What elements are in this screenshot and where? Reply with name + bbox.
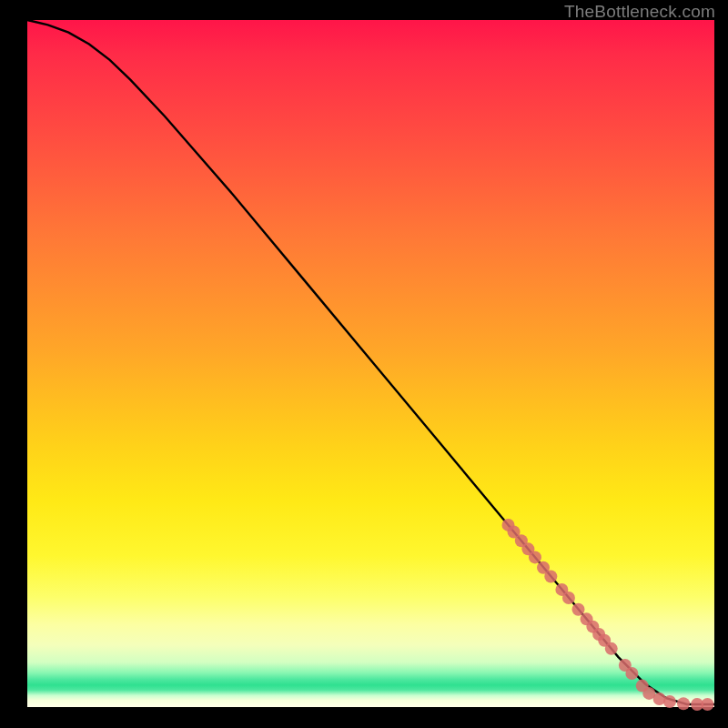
curve-line <box>27 20 714 704</box>
data-point <box>562 592 575 604</box>
chart-stage: TheBottleneck.com <box>0 0 728 728</box>
data-point <box>605 642 618 655</box>
data-point <box>625 667 638 680</box>
data-point <box>572 603 585 616</box>
data-point <box>677 697 690 710</box>
data-point <box>663 695 676 708</box>
data-point <box>529 551 541 563</box>
data-point <box>544 571 557 583</box>
data-point <box>701 698 713 711</box>
attribution-label: TheBottleneck.com <box>564 2 715 22</box>
plot-area <box>27 20 714 707</box>
chart-svg <box>27 20 714 707</box>
data-points <box>502 519 714 711</box>
